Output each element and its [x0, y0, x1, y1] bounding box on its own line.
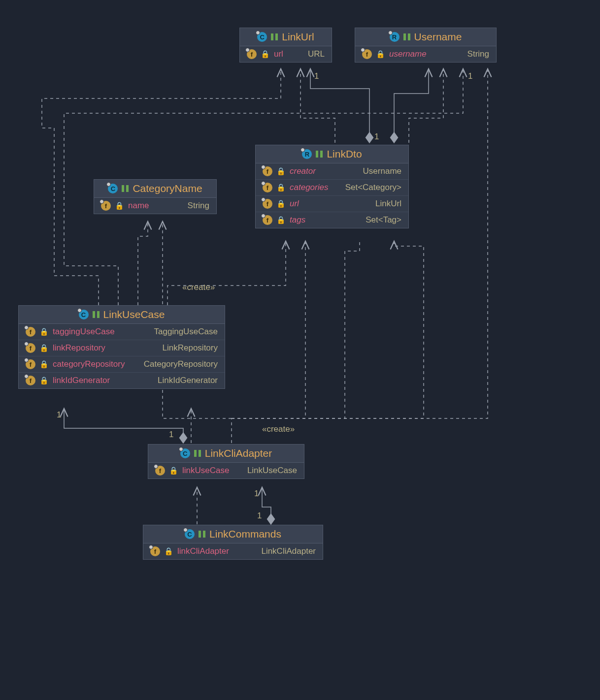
mult-linkdto: 1	[374, 132, 379, 142]
lock-icon: 🔒	[39, 376, 49, 385]
field-name: linkIdGenerator	[53, 376, 110, 385]
access-icon	[194, 450, 201, 457]
field-name: creator	[290, 166, 316, 176]
lock-icon: 🔒	[115, 201, 124, 210]
field-name: linkCliAdapter	[177, 546, 229, 556]
class-kind-icon: C	[79, 310, 89, 319]
field-icon: f	[26, 359, 35, 369]
class-linkusecase[interactable]: C LinkUseCase f 🔒 taggingUseCase Tagging…	[18, 305, 225, 389]
mult-linkcliadapter-bot: 1	[254, 489, 259, 499]
field-row: f 🔒 linkUseCase LinkUseCase	[148, 463, 304, 478]
class-title: C LinkCliAdapter	[148, 445, 304, 463]
class-name: Username	[414, 31, 462, 43]
field-icon: f	[155, 466, 165, 476]
field-icon: f	[26, 327, 35, 337]
class-kind-icon: C	[185, 529, 195, 539]
field-icon: f	[263, 183, 272, 192]
access-icon	[316, 151, 323, 158]
field-type: LinkUseCase	[247, 466, 297, 476]
lock-icon: 🔒	[276, 199, 286, 208]
field-type: LinkUrl	[375, 199, 401, 209]
class-title: C LinkUseCase	[19, 306, 225, 324]
access-icon	[93, 311, 100, 318]
field-name: name	[128, 201, 149, 211]
field-name: taggingUseCase	[53, 327, 115, 337]
field-row: f 🔒 categoryRepository CategoryRepositor…	[19, 356, 225, 372]
class-kind-icon: C	[180, 448, 190, 458]
field-row: f 🔒 linkRepository LinkRepository	[19, 340, 225, 356]
field-icon: f	[150, 546, 160, 556]
field-icon: f	[263, 166, 272, 176]
lock-icon: 🔒	[39, 360, 49, 369]
field-type: String	[467, 49, 489, 59]
class-name: CategoryName	[133, 183, 202, 194]
field-icon: f	[26, 343, 35, 353]
field-type: TaggingUseCase	[154, 327, 218, 337]
field-type: String	[188, 201, 209, 211]
field-icon: f	[26, 376, 35, 385]
field-row: f 🔒 url URL	[240, 46, 332, 62]
field-type: Set<Tag>	[366, 215, 401, 225]
mult-linkusecase: 1	[57, 410, 61, 420]
lock-icon: 🔒	[276, 183, 286, 192]
lock-icon: 🔒	[39, 344, 49, 352]
class-name: LinkDto	[327, 148, 362, 160]
field-name: linkUseCase	[182, 466, 229, 476]
field-icon: f	[101, 201, 111, 211]
field-icon: f	[362, 49, 372, 59]
field-row: f 🔒 username String	[355, 46, 496, 62]
class-name: LinkCommands	[209, 528, 281, 540]
class-title: R Username	[355, 28, 496, 46]
field-name: url	[274, 49, 283, 59]
mult-username: 1	[468, 71, 472, 81]
mult-linkcliadapter-top: 1	[169, 430, 173, 440]
field-row: f 🔒 linkCliAdapter LinkCliAdapter	[143, 543, 323, 559]
field-icon: f	[263, 215, 272, 225]
field-type: Username	[363, 166, 401, 176]
lock-icon: 🔒	[276, 216, 286, 224]
field-row: f 🔒 url LinkUrl	[256, 195, 408, 212]
field-name: categories	[290, 183, 328, 192]
field-type: CategoryRepository	[144, 359, 218, 369]
class-kind-icon: C	[108, 184, 118, 193]
field-icon: f	[247, 49, 257, 59]
class-username[interactable]: R Username f 🔒 username String	[355, 28, 497, 63]
field-icon: f	[263, 199, 272, 209]
field-row: f 🔒 creator Username	[256, 163, 408, 179]
lock-icon: 🔒	[169, 466, 178, 475]
field-name: linkRepository	[53, 343, 105, 353]
field-row: f 🔒 name String	[94, 198, 216, 214]
lock-icon: 🔒	[261, 50, 270, 59]
field-row: f 🔒 taggingUseCase TaggingUseCase	[19, 324, 225, 340]
access-icon	[271, 33, 278, 40]
field-row: f 🔒 categories Set<Category>	[256, 179, 408, 195]
lock-icon: 🔒	[39, 327, 49, 336]
class-kind-icon: C	[257, 32, 267, 42]
field-name: tags	[290, 215, 305, 225]
field-type: Set<Category>	[345, 183, 401, 192]
field-type: URL	[308, 49, 325, 59]
mult-linkurl: 1	[314, 71, 319, 81]
class-categoryname[interactable]: C CategoryName f 🔒 name String	[94, 179, 217, 214]
field-type: LinkCliAdapter	[261, 546, 316, 556]
stereotype-create-1: «create»	[182, 283, 215, 292]
field-name: url	[290, 199, 299, 209]
field-row: f 🔒 tags Set<Tag>	[256, 212, 408, 228]
class-title: R LinkDto	[256, 145, 408, 163]
access-icon	[199, 531, 205, 538]
field-name: username	[389, 49, 427, 59]
field-type: LinkRepository	[163, 343, 218, 353]
class-linkurl[interactable]: C LinkUrl f 🔒 url URL	[239, 28, 332, 63]
access-icon	[122, 185, 129, 192]
class-title: C LinkUrl	[240, 28, 332, 46]
field-row: f 🔒 linkIdGenerator LinkIdGenerator	[19, 372, 225, 388]
class-title: C LinkCommands	[143, 525, 323, 543]
class-linkdto[interactable]: R LinkDto f 🔒 creator Username f 🔒 categ…	[255, 145, 409, 228]
class-title: C CategoryName	[94, 180, 216, 198]
class-linkcliadapter[interactable]: C LinkCliAdapter f 🔒 linkUseCase LinkUse…	[148, 444, 304, 479]
class-kind-icon: R	[390, 32, 400, 42]
class-kind-icon: R	[302, 149, 312, 159]
class-linkcommands[interactable]: C LinkCommands f 🔒 linkCliAdapter LinkCl…	[143, 525, 323, 560]
lock-icon: 🔒	[376, 50, 385, 59]
class-name: LinkCliAdapter	[205, 447, 272, 459]
